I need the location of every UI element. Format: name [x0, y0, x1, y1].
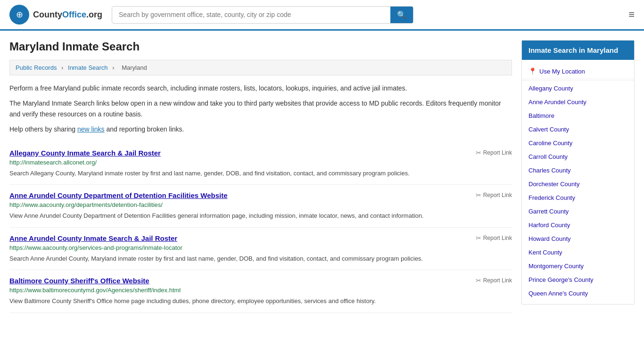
sidebar-item-harford[interactable]: Harford County: [522, 218, 634, 232]
result-item: Baltimore County Sheriff's Office Websit…: [9, 270, 512, 313]
result-item: Allegany County Inmate Search & Jail Ros…: [9, 142, 512, 185]
result-item: Anne Arundel County Department of Detent…: [9, 185, 512, 228]
breadcrumb-public-records[interactable]: Public Records: [16, 64, 57, 71]
menu-icon[interactable]: ≡: [628, 8, 635, 21]
description-section: Perform a free Maryland public inmate re…: [9, 83, 512, 135]
result-title[interactable]: Anne Arundel County Department of Detent…: [9, 191, 228, 199]
sidebar-item-montgomery[interactable]: Montgomery County: [522, 259, 634, 273]
use-my-location[interactable]: 📍 Use My Location: [522, 64, 634, 79]
sidebar-item-prince-georges[interactable]: Prince George's County: [522, 273, 634, 287]
result-desc: Search Anne Arundel County, Maryland inm…: [9, 254, 512, 263]
result-title[interactable]: Baltimore County Sheriff's Office Websit…: [9, 277, 149, 285]
sidebar-item-garrett[interactable]: Garrett County: [522, 205, 634, 218]
sidebar-item-caroline[interactable]: Caroline County: [522, 136, 634, 150]
sidebar-item-baltimore[interactable]: Baltimore: [522, 109, 634, 123]
search-bar: 🔍: [112, 6, 413, 24]
sidebar-title: Inmate Search in Maryland: [522, 41, 634, 60]
breadcrumb-current: Maryland: [122, 64, 147, 71]
sidebar-item-calvert[interactable]: Calvert County: [522, 123, 634, 136]
sidebar-item-howard[interactable]: Howard County: [522, 232, 634, 246]
sidebar-item-anne-arundel[interactable]: Anne Arundel County: [522, 95, 634, 109]
sidebar-item-frederick[interactable]: Frederick County: [522, 191, 634, 205]
results-list: Allegany County Inmate Search & Jail Ros…: [9, 142, 512, 313]
main-content: Maryland Inmate Search Public Records › …: [9, 40, 512, 313]
report-link[interactable]: ✂ Report Link: [476, 234, 512, 242]
result-url[interactable]: https://www.aacounty.org/services-and-pr…: [9, 244, 512, 251]
sidebar: Inmate Search in Maryland 📍 Use My Locat…: [521, 40, 635, 313]
location-pin-icon: 📍: [528, 67, 537, 75]
sidebar-item-dorchester[interactable]: Dorchester County: [522, 177, 634, 191]
result-desc: View Anne Arundel County Department of D…: [9, 211, 512, 221]
result-url[interactable]: http://www.aacounty.org/departments/dete…: [9, 201, 512, 208]
report-icon: ✂: [476, 191, 481, 199]
sidebar-item-queen-annes[interactable]: Queen Anne's County: [522, 287, 634, 300]
report-link[interactable]: ✂ Report Link: [476, 149, 512, 156]
report-link[interactable]: ✂ Report Link: [476, 277, 512, 284]
result-desc: View Baltimore County Sheriff's Office h…: [9, 296, 512, 306]
result-title[interactable]: Anne Arundel County Inmate Search & Jail…: [9, 234, 177, 242]
result-url[interactable]: https://www.baltimorecountymd.gov/Agenci…: [9, 287, 512, 294]
report-icon: ✂: [476, 149, 481, 156]
result-title[interactable]: Allegany County Inmate Search & Jail Ros…: [9, 149, 161, 157]
logo-icon: ⊕: [9, 5, 29, 25]
result-url[interactable]: http://inmatesearch.allconet.org/: [9, 159, 512, 166]
description-p3: Help others by sharing new links and rep…: [9, 124, 512, 134]
report-link[interactable]: ✂ Report Link: [476, 191, 512, 199]
report-icon: ✂: [476, 234, 481, 242]
new-links-link[interactable]: new links: [77, 125, 105, 133]
description-p1: Perform a free Maryland public inmate re…: [9, 83, 512, 93]
sidebar-item-allegany[interactable]: Allegany County: [522, 82, 634, 95]
sidebar-box: Inmate Search in Maryland 📍 Use My Locat…: [521, 40, 635, 304]
search-input[interactable]: [112, 7, 390, 22]
breadcrumb: Public Records › Inmate Search › Marylan…: [9, 60, 512, 75]
sidebar-item-kent[interactable]: Kent County: [522, 246, 634, 259]
description-p2: The Maryland Inmate Search links below o…: [9, 98, 512, 119]
sidebar-item-charles[interactable]: Charles County: [522, 164, 634, 177]
search-button[interactable]: 🔍: [390, 7, 413, 23]
breadcrumb-inmate-search[interactable]: Inmate Search: [68, 64, 108, 71]
page-title: Maryland Inmate Search: [9, 40, 512, 53]
site-header: ⊕ CountyOffice.org 🔍 ≡: [0, 0, 644, 31]
sidebar-list: 📍 Use My Location Allegany County Anne A…: [522, 60, 634, 304]
result-desc: Search Allegany County, Maryland inmate …: [9, 169, 512, 178]
logo[interactable]: ⊕ CountyOffice.org: [9, 5, 102, 25]
sidebar-item-carroll[interactable]: Carroll County: [522, 150, 634, 164]
report-icon: ✂: [476, 277, 481, 284]
result-item: Anne Arundel County Inmate Search & Jail…: [9, 228, 512, 271]
logo-text: CountyOffice.org: [33, 10, 102, 20]
